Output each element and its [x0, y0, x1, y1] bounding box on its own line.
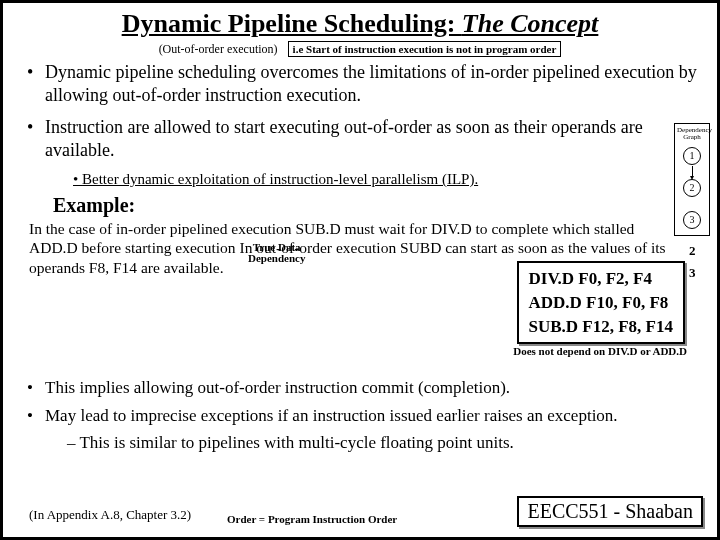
bullet-1: Dynamic pipeline scheduling overcomes th… [31, 61, 699, 106]
dg-node-3: 3 [683, 211, 701, 229]
bullet-2: Instruction are allowed to start executi… [31, 116, 699, 161]
instruction-box: DIV.D F0, F2, F4 ADD.D F10, F0, F8 SUB.D… [517, 261, 686, 344]
dg-edge-12 [692, 166, 693, 178]
better-line: Better dynamic exploitation of instructi… [73, 171, 717, 188]
dg-node-2: 2 [683, 179, 701, 197]
true-data-dep-label: True DataDependency [248, 242, 305, 264]
depgraph-title: Dependency Graph [677, 127, 707, 141]
dg-node-1: 1 [683, 147, 701, 165]
bottom-bullets: This implies allowing out-of-order instr… [31, 377, 699, 427]
bottom-bullet-1: This implies allowing out-of-order instr… [31, 377, 699, 399]
instr-num-2: 2 [689, 243, 703, 259]
no-dependency-note: Does not depend on DIV.D or ADD.D [513, 345, 687, 357]
title-main: Dynamic Pipeline Scheduling: [122, 9, 462, 38]
instr-3: SUB.D F12, F8, F14 [529, 315, 674, 339]
bottom-bullet-2: May lead to imprecise exceptions if an i… [31, 405, 699, 427]
slide-title: Dynamic Pipeline Scheduling: The Concept [13, 9, 707, 39]
instr-num-3: 3 [689, 265, 703, 281]
subtitle-row: (Out-of-order execution) i.e Start of in… [3, 41, 717, 57]
slide: Dynamic Pipeline Scheduling: The Concept… [0, 0, 720, 540]
bottom-sub: – This is similar to pipelines with mult… [67, 433, 699, 453]
instr-2: ADD.D F10, F0, F8 [529, 291, 674, 315]
subtitle-left: (Out-of-order execution) [159, 42, 278, 57]
footer-order: Order = Program Instruction Order [227, 513, 397, 525]
subtitle-box: i.e Start of instruction execution is no… [288, 41, 562, 57]
dependency-graph: Dependency Graph 1 2 3 [674, 123, 710, 236]
example-heading: Example: [53, 194, 717, 217]
title-concept: The Concept [462, 9, 599, 38]
footer-course: EECC551 - Shaaban [517, 496, 703, 527]
instr-1: DIV.D F0, F2, F4 [529, 267, 674, 291]
main-bullets: Dynamic pipeline scheduling overcomes th… [31, 61, 699, 161]
footer-appendix: (In Appendix A.8, Chapter 3.2) [29, 507, 191, 523]
